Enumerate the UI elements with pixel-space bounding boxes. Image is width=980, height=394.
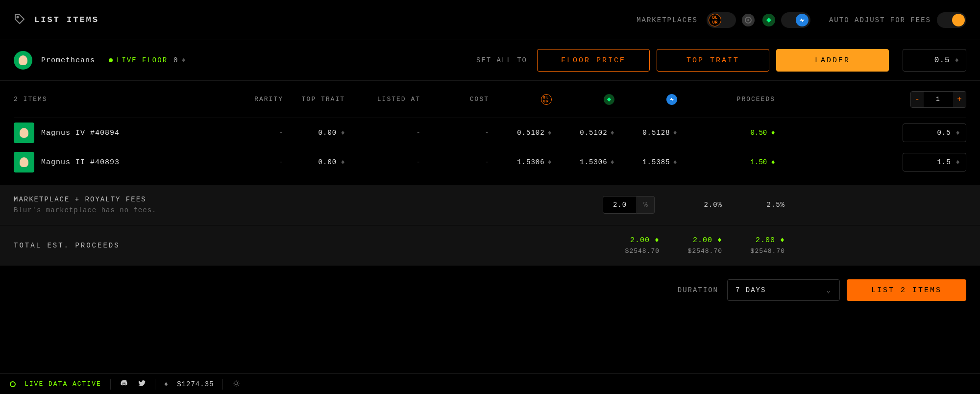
duration-value: 7 DAYS [735, 286, 766, 294]
marketplace-toggle-opensea[interactable] [781, 12, 810, 28]
totals-title: TOTAL EST. PROCEEDS [14, 242, 120, 249]
twitter-icon[interactable] [137, 379, 146, 390]
live-floor: LIVE FLOOR 0 ♦ [109, 56, 186, 64]
nft-name: Magnus IV #40894 [41, 129, 120, 137]
marketplace-toggle-looksrare[interactable] [760, 12, 777, 28]
status-bar: LIVE DATA ACTIVE ♦ $1274.35 [0, 373, 980, 394]
row-price-input[interactable]: 1.5♦ [903, 153, 966, 172]
eth-icon: ♦ [181, 56, 185, 64]
set-all-label: SET ALL TO [476, 56, 527, 64]
live-data-label: LIVE DATA ACTIVE [24, 380, 101, 388]
nft-thumbnail[interactable] [14, 152, 34, 172]
os-fee: 2.5% [722, 201, 785, 209]
col-top-trait: TOP TRAIT [283, 96, 347, 103]
marketplaces-label: MARKETPLACES [637, 16, 698, 24]
tag-icon [14, 13, 25, 27]
marketplace-toggle-x2y2[interactable] [740, 12, 757, 28]
nft-name: Magnus II #40893 [41, 158, 120, 167]
opensea-icon [796, 14, 808, 26]
total-os: 2.00 ♦ $2548.70 [722, 236, 785, 255]
fees-subtitle: Blur's marketplace has no fees. [14, 206, 156, 214]
x2y2-icon [742, 14, 755, 26]
live-floor-label: LIVE FLOOR [117, 56, 168, 64]
fees-title: MARKETPLACE + ROYALTY FEES [14, 196, 156, 203]
blur-icon: BLUR [541, 94, 552, 105]
duration-select[interactable]: 7 DAYS ⌄ [727, 279, 840, 301]
royalty-value: 2.0 [603, 196, 637, 214]
cell-blur: 1.5306 ♦ [489, 158, 552, 166]
cell-rarity: - [229, 129, 283, 137]
cell-top-trait: 0.00 ♦ [283, 158, 347, 166]
live-dot-icon [109, 58, 113, 62]
svg-marker-0 [15, 15, 24, 24]
cell-top-trait: 0.00 ♦ [283, 129, 347, 137]
controls-bar: Prometheans LIVE FLOOR 0 ♦ SET ALL TO FL… [0, 40, 980, 81]
royalty-input[interactable]: 2.0 % [603, 196, 655, 214]
totals-section: TOTAL EST. PROCEEDS 2.00 ♦ $2548.70 2.00… [0, 225, 980, 266]
cell-looks: 1.5306 ♦ [552, 158, 614, 166]
col-cost: COST [420, 96, 489, 103]
eth-icon: ♦ [164, 380, 168, 388]
looksrare-icon [762, 14, 775, 26]
top-trait-button[interactable]: TOP TRAIT [657, 49, 769, 72]
col-blur: BLUR [489, 94, 552, 105]
blur-icon: BLUR [709, 14, 721, 26]
collection-name: Prometheans [41, 56, 95, 65]
floor-value: 0 [173, 56, 177, 64]
page-title: LIST ITEMS [34, 15, 99, 25]
col-qty: - 1 + [883, 91, 966, 108]
opensea-icon [666, 94, 677, 105]
live-indicator-icon [10, 381, 16, 387]
list-items-button[interactable]: LIST 2 ITEMS [847, 279, 966, 301]
looks-fee: 2.0% [660, 201, 722, 209]
ladder-button[interactable]: LADDER [776, 49, 889, 72]
global-price-value: 0.5 [934, 56, 950, 65]
eth-price: $1274.35 [177, 380, 214, 388]
cell-rarity: - [229, 158, 283, 166]
cell-os: 0.5128 ♦ [614, 129, 677, 137]
toggle-knob [952, 14, 965, 26]
col-looksrare [552, 94, 614, 105]
cell-proceeds: 0.50 ♦ [677, 129, 775, 137]
eth-icon: ♦ [955, 56, 959, 64]
qty-minus-button[interactable]: - [911, 92, 924, 107]
grid-header: 2 ITEMS RARITY TOP TRAIT LISTED AT COST … [14, 81, 966, 118]
cell-cost: - [420, 158, 489, 166]
row-price-input[interactable]: 0.5♦ [903, 123, 966, 142]
svg-point-6 [235, 382, 238, 385]
nft-thumbnail[interactable] [14, 123, 34, 143]
svg-marker-4 [766, 18, 771, 23]
percent-symbol: % [637, 196, 655, 214]
qty-plus-button[interactable]: + [953, 92, 966, 107]
collection-avatar[interactable] [14, 51, 32, 70]
global-price-input[interactable]: 0.5 ♦ [903, 49, 966, 72]
cell-cost: - [420, 129, 489, 137]
col-proceeds: PROCEEDS [677, 96, 775, 103]
total-blur: 2.00 ♦ $2548.70 [597, 236, 660, 255]
marketplace-toggle-blur[interactable]: BLUR [707, 12, 736, 28]
auto-adjust-label: AUTO ADJUST FOR FEES [829, 16, 931, 24]
discord-icon[interactable] [120, 379, 128, 390]
svg-marker-5 [607, 97, 612, 101]
cell-listed-at: - [347, 158, 420, 166]
sun-icon[interactable] [232, 379, 241, 390]
cell-proceeds: 1.50 ♦ [677, 158, 775, 166]
cell-listed-at: - [347, 129, 420, 137]
header: LIST ITEMS MARKETPLACES BLUR AUTO ADJUST… [0, 0, 980, 40]
col-items-count: 2 ITEMS [14, 96, 229, 103]
cell-looks: 0.5102 ♦ [552, 129, 614, 137]
footer-action: DURATION 7 DAYS ⌄ LIST 2 ITEMS [0, 266, 980, 315]
looksrare-icon [604, 94, 614, 105]
fees-section: MARKETPLACE + ROYALTY FEES Blur's market… [0, 185, 980, 225]
auto-adjust-toggle[interactable] [937, 12, 966, 28]
cell-os: 1.5385 ♦ [614, 158, 677, 166]
cell-blur: 0.5102 ♦ [489, 129, 552, 137]
qty-value: 1 [924, 96, 953, 103]
col-rarity: RARITY [229, 96, 283, 103]
duration-label: DURATION [678, 286, 718, 294]
items-grid: 2 ITEMS RARITY TOP TRAIT LISTED AT COST … [0, 81, 980, 177]
floor-price-button[interactable]: FLOOR PRICE [537, 49, 650, 72]
table-row: Magnus II #40893 - 0.00 ♦ - - 1.5306 ♦ 1… [14, 148, 966, 177]
col-listed-at: LISTED AT [347, 96, 420, 103]
col-opensea [614, 94, 677, 105]
